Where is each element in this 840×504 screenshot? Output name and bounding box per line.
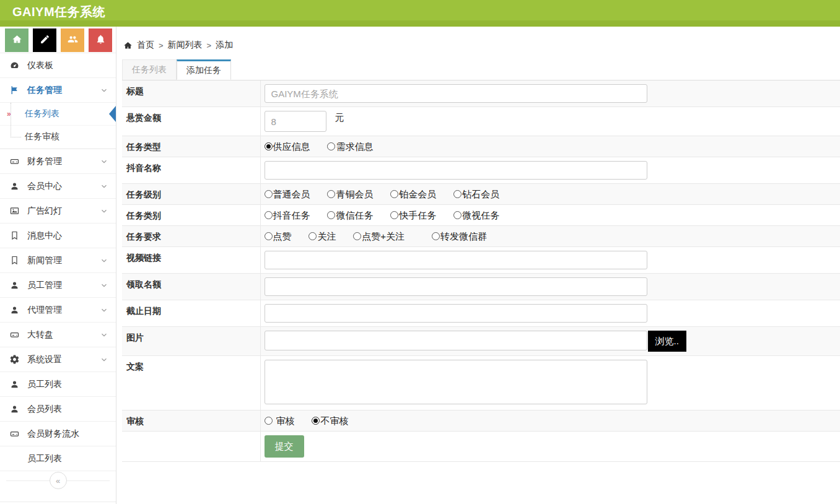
quota-input[interactable]	[265, 277, 647, 296]
sidebar-item-ad-slides[interactable]: 广告幻灯	[0, 199, 116, 224]
radio-platinum-member[interactable]: 铂金会员	[390, 188, 436, 201]
form-row-copywriting: 文案	[122, 356, 840, 411]
sidebar-item-label: 员工管理	[27, 280, 62, 291]
sidebar-item-news-management[interactable]: 新闻管理	[0, 248, 116, 273]
main-content: 首页 > 新闻列表 > 添加 任务列表 添加任务 标题 悬赏金额 元	[116, 27, 840, 504]
browse-button[interactable]: 浏览..	[648, 331, 686, 352]
form-row-reward-amount: 悬赏金额 元	[122, 107, 840, 136]
radio-no-audit[interactable]: 不审核	[312, 414, 348, 427]
sidebar-item-member-finance-flow[interactable]: 会员财务流水	[0, 422, 116, 446]
drive-icon	[8, 329, 20, 341]
sidebar-item-member-list[interactable]: 会员列表	[0, 397, 116, 422]
pencil-icon	[40, 34, 50, 46]
chevron-down-icon	[100, 256, 108, 265]
chevron-down-icon	[100, 306, 108, 315]
deadline-input[interactable]	[265, 304, 647, 323]
radio-like[interactable]: 点赞	[265, 230, 292, 243]
image-file-input[interactable]	[265, 331, 647, 350]
radio-douyin-task[interactable]: 抖音任务	[265, 209, 310, 222]
app-header: GAIYM任务系统	[0, 0, 840, 27]
sidebar-item-label: 任务管理	[27, 85, 62, 96]
field-label-video-link: 视频链接	[122, 247, 260, 274]
app-title: GAIYM任务系统	[12, 4, 105, 20]
home-icon	[12, 34, 22, 46]
sidebar-item-label: 任务审核	[25, 131, 59, 142]
sidebar-item-big-wheel[interactable]: 大转盘	[0, 323, 116, 347]
field-label-image: 图片	[122, 327, 260, 356]
radio-normal-member[interactable]: 普通会员	[265, 188, 310, 201]
chevron-down-icon	[100, 281, 108, 290]
home-button[interactable]	[5, 28, 28, 52]
form-row-task-type: 任务类型 供应信息 需求信息	[122, 136, 840, 157]
reward-amount-input[interactable]	[265, 111, 326, 132]
field-label-title: 标题	[122, 80, 260, 107]
sidebar-item-member-center[interactable]: 会员中心	[0, 174, 116, 199]
field-label-quota: 领取名额	[122, 274, 260, 300]
sidebar-item-label: 任务列表	[25, 108, 59, 119]
video-link-input[interactable]	[265, 251, 647, 269]
sidebar-item-task-audit[interactable]: 任务审核	[0, 126, 116, 149]
douyin-name-input[interactable]	[265, 161, 647, 180]
radio-bronze-member[interactable]: 青铜会员	[327, 188, 373, 201]
sidebar-item-label: 会员财务流水	[27, 428, 79, 440]
breadcrumb-separator: >	[207, 41, 212, 50]
currency-unit-label: 元	[335, 112, 344, 124]
bell-icon	[95, 34, 106, 46]
radio-icon	[353, 232, 361, 240]
sidebar-item-staff-list[interactable]: 员工列表	[0, 372, 116, 397]
tab-add-task[interactable]: 添加任务	[177, 59, 231, 80]
radio-kuaishou-task[interactable]: 快手任务	[390, 209, 436, 222]
field-label-task-requirement: 任务要求	[122, 226, 260, 247]
radio-icon	[265, 232, 273, 240]
copywriting-textarea[interactable]	[265, 360, 647, 404]
radio-icon	[390, 211, 398, 219]
sidebar-item-task-management[interactable]: 任务管理	[0, 78, 116, 103]
sidebar-item-message-center[interactable]: 消息中心	[0, 224, 116, 248]
submit-button[interactable]: 提交	[265, 435, 304, 458]
breadcrumb-separator: >	[159, 41, 164, 50]
radio-audit[interactable]: 审核	[265, 414, 295, 427]
notifications-button[interactable]	[89, 28, 112, 52]
radio-like-and-follow[interactable]: 点赞+关注	[353, 230, 405, 243]
bookmark-icon	[8, 230, 20, 242]
radio-follow[interactable]: 关注	[308, 230, 336, 243]
sidebar-item-system-settings[interactable]: 系统设置	[0, 347, 116, 372]
form-row-douyin-name: 抖音名称	[122, 157, 840, 184]
users-button[interactable]	[61, 28, 84, 52]
home-icon	[123, 41, 133, 50]
image-icon	[8, 205, 20, 217]
sidebar-item-label: 代理管理	[27, 305, 62, 316]
radio-diamond-member[interactable]: 钻石会员	[453, 188, 499, 201]
sidebar-item-task-list[interactable]: » 任务列表	[0, 103, 116, 126]
title-input[interactable]	[265, 84, 647, 103]
radio-icon	[265, 211, 273, 219]
radio-demand-info[interactable]: 需求信息	[327, 140, 373, 153]
form-row-title: 标题	[122, 80, 840, 107]
sidebar-collapse-button[interactable]: «	[50, 472, 67, 489]
tab-task-list[interactable]: 任务列表	[122, 59, 177, 80]
chevron-down-icon	[100, 331, 108, 339]
form-row-quota: 领取名额	[122, 274, 840, 300]
breadcrumb-add: 添加	[216, 40, 233, 51]
edit-button[interactable]	[33, 28, 56, 52]
sidebar-item-finance-management[interactable]: 财务管理	[0, 149, 116, 174]
radio-icon	[453, 211, 462, 219]
radio-forward-wechat-group[interactable]: 转发微信群	[432, 230, 487, 243]
user-icon	[8, 304, 20, 316]
field-label-douyin-name: 抖音名称	[122, 157, 260, 184]
form-row-image: 图片 浏览..	[122, 327, 840, 356]
sidebar-item-staff-management[interactable]: 员工管理	[0, 273, 116, 298]
sidebar-item-agent-management[interactable]: 代理管理	[0, 298, 116, 323]
radio-weishi-task[interactable]: 微视任务	[453, 209, 499, 222]
radio-icon	[265, 417, 273, 425]
flag-icon	[8, 84, 20, 97]
sidebar-item-label: 仪表板	[27, 60, 53, 71]
radio-supply-info[interactable]: 供应信息	[265, 140, 310, 153]
sidebar-item-staff-list-2[interactable]: 员工列表	[0, 446, 116, 471]
sidebar-item-label: 财务管理	[27, 156, 62, 167]
breadcrumb-news-list[interactable]: 新闻列表	[168, 40, 203, 51]
sidebar-item-dashboard[interactable]: 仪表板	[0, 53, 116, 78]
form-row-task-category: 任务类别 抖音任务 微信任务 快手任务 微视任务	[122, 205, 840, 226]
radio-wechat-task[interactable]: 微信任务	[327, 209, 373, 222]
breadcrumb-home[interactable]: 首页	[137, 40, 154, 51]
